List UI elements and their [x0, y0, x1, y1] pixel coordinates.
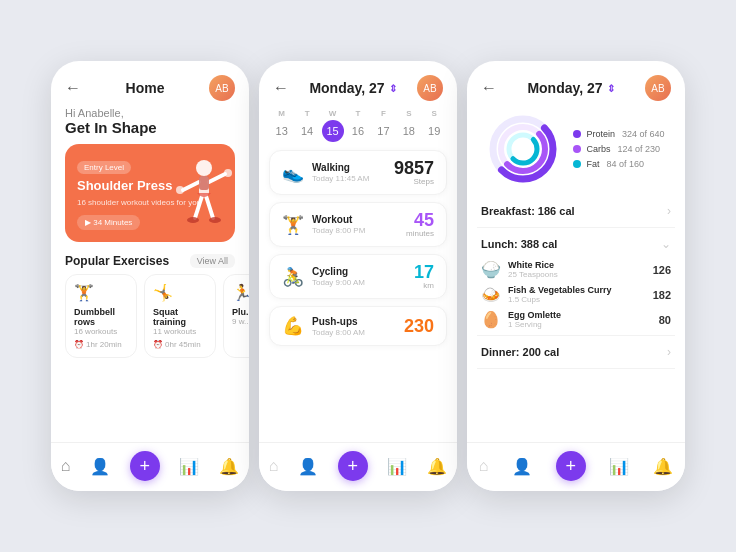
avatar[interactable]: AB: [417, 75, 443, 101]
activity-workout[interactable]: 🏋️ Workout Today 8:00 PM 45 minutes: [269, 202, 447, 247]
activity-name: Cycling: [312, 266, 365, 277]
svg-point-5: [224, 169, 232, 177]
back-button[interactable]: ←: [481, 79, 497, 97]
play-button[interactable]: ▶ 34 Minutes: [77, 215, 140, 230]
exercise-name: Squat training: [153, 307, 207, 327]
day-title: Monday, 27 ⇕: [309, 80, 396, 96]
day-col-2[interactable]: W 15: [322, 109, 344, 142]
dinner-title: Dinner: 200 cal: [481, 346, 559, 358]
day-num: 14: [296, 120, 318, 142]
add-button[interactable]: +: [338, 451, 368, 481]
add-button[interactable]: +: [556, 451, 586, 481]
exercise-time: ⏰1hr 20min: [74, 340, 128, 349]
home-nav-icon[interactable]: ⌂: [269, 457, 279, 475]
profile-nav-icon[interactable]: 👤: [298, 457, 318, 476]
run-icon: 🏃: [232, 283, 249, 302]
lunch-section: Lunch: 388 cal ⌄ 🍚 White Rice 25 Teaspoo…: [477, 228, 675, 336]
home-nav-icon[interactable]: ⌂: [479, 457, 489, 475]
day-letter: F: [381, 109, 386, 118]
exercise-card-1[interactable]: 🤸 Squat training 11 workouts ⏰0hr 45min: [144, 274, 216, 358]
activity-time: Today 9:00 AM: [312, 278, 365, 287]
activity-unit: km: [414, 281, 434, 290]
day-col-5[interactable]: S 18: [398, 109, 420, 142]
breakfast-section: Breakfast: 186 cal ›: [477, 195, 675, 228]
phone2-header: ← Monday, 27 ⇕ AB: [259, 61, 457, 107]
page-title: Home: [126, 80, 165, 96]
bell-nav-icon[interactable]: 🔔: [427, 457, 447, 476]
food-serving: 1.5 Cups: [508, 295, 612, 304]
activity-name: Workout: [312, 214, 365, 225]
day-col-1[interactable]: T 14: [296, 109, 318, 142]
section-title: Popular Exercises: [65, 254, 169, 268]
food-calories: 80: [659, 314, 671, 326]
svg-line-6: [195, 196, 202, 218]
chart-nav-icon[interactable]: 📊: [609, 457, 629, 476]
day-num-active: 15: [322, 120, 344, 142]
activity-name: Push-ups: [312, 316, 365, 327]
food-serving: 1 Serving: [508, 320, 561, 329]
chart-nav-icon[interactable]: 📊: [387, 457, 407, 476]
exercise-count: 16 workouts: [74, 327, 128, 336]
dinner-header[interactable]: Dinner: 200 cal ›: [477, 336, 675, 368]
back-button[interactable]: ←: [273, 79, 289, 97]
day-num: 19: [423, 120, 445, 142]
squat-icon: 🤸: [153, 283, 207, 302]
banner-figure: [173, 154, 235, 242]
exercise-card-2[interactable]: 🏃 Plu... 9 w...: [223, 274, 249, 358]
walking-icon: 👟: [282, 162, 304, 184]
activity-cycling[interactable]: 🚴 Cycling Today 9:00 AM 17 km: [269, 254, 447, 299]
activity-pushups[interactable]: 💪 Push-ups Today 8:00 AM 230: [269, 306, 447, 346]
activity-time: Today 11:45 AM: [312, 174, 369, 183]
week-strip: M 13 T 14 W 15 T 16 F 17 S 18: [259, 107, 457, 150]
activity-value: 230: [404, 317, 434, 335]
macro-fat: Fat 84 of 160: [573, 159, 664, 169]
exercise-cards-list: 🏋️ Dumbbell rows 16 workouts ⏰1hr 20min …: [51, 274, 249, 368]
popular-exercises-header: Popular Exercises View All: [51, 252, 249, 274]
view-all-button[interactable]: View All: [190, 254, 235, 268]
day-col-3[interactable]: T 16: [347, 109, 369, 142]
day-col-6[interactable]: S 19: [423, 109, 445, 142]
sort-arrow-icon[interactable]: ⇕: [389, 83, 397, 94]
activity-list: 👟 Walking Today 11:45 AM 9857 Steps 🏋️ W…: [259, 150, 457, 346]
food-item-egg[interactable]: 🥚 Egg Omlette 1 Serving 80: [481, 310, 671, 329]
pushups-icon: 💪: [282, 315, 304, 337]
home-nav-icon[interactable]: ⌂: [61, 457, 71, 475]
avatar[interactable]: AB: [645, 75, 671, 101]
day-col-4[interactable]: F 17: [372, 109, 394, 142]
day-col-0[interactable]: M 13: [271, 109, 293, 142]
exercise-banner[interactable]: Entry Level Shoulder Press 16 shoulder w…: [65, 144, 235, 242]
sort-icon[interactable]: ⇕: [607, 83, 615, 94]
chart-nav-icon[interactable]: 📊: [179, 457, 199, 476]
activity-time: Today 8:00 PM: [312, 226, 365, 235]
exercise-card-0[interactable]: 🏋️ Dumbbell rows 16 workouts ⏰1hr 20min: [65, 274, 137, 358]
breakfast-header[interactable]: Breakfast: 186 cal ›: [477, 195, 675, 227]
food-item-curry[interactable]: 🍛 Fish & Vegetables Curry 1.5 Cups 182: [481, 285, 671, 304]
day-num: 17: [372, 120, 394, 142]
carbs-value: 124 of 230: [617, 144, 660, 154]
exercise-name: Plu...: [232, 307, 249, 317]
bell-nav-icon[interactable]: 🔔: [653, 457, 673, 476]
add-button[interactable]: +: [130, 451, 160, 481]
play-label: ▶ 34 Minutes: [85, 218, 132, 227]
bell-nav-icon[interactable]: 🔔: [219, 457, 239, 476]
egg-icon: 🥚: [481, 310, 501, 329]
macro-carbs: Carbs 124 of 230: [573, 144, 664, 154]
activity-unit: minutes: [406, 229, 434, 238]
profile-nav-icon[interactable]: 👤: [90, 457, 110, 476]
avatar[interactable]: AB: [209, 75, 235, 101]
back-button[interactable]: ←: [65, 79, 81, 97]
greeting-hi: Hi Anabelle,: [65, 107, 235, 119]
profile-nav-icon[interactable]: 👤: [512, 457, 532, 476]
food-item-rice[interactable]: 🍚 White Rice 25 Teaspoons 126: [481, 260, 671, 279]
collapse-chevron-icon: ⌄: [661, 237, 671, 251]
macro-legend: Protein 324 of 640 Carbs 124 of 230 Fat …: [573, 129, 664, 169]
exercise-count: 9 w...: [232, 317, 249, 326]
macro-section: Protein 324 of 640 Carbs 124 of 230 Fat …: [467, 107, 685, 195]
carbs-dot: [573, 145, 581, 153]
activity-walking[interactable]: 👟 Walking Today 11:45 AM 9857 Steps: [269, 150, 447, 195]
dinner-section: Dinner: 200 cal ›: [477, 336, 675, 369]
expand-chevron-icon: ›: [667, 345, 671, 359]
lunch-header[interactable]: Lunch: 388 cal ⌄: [477, 228, 675, 260]
activity-name: Walking: [312, 162, 369, 173]
rice-icon: 🍚: [481, 260, 501, 279]
